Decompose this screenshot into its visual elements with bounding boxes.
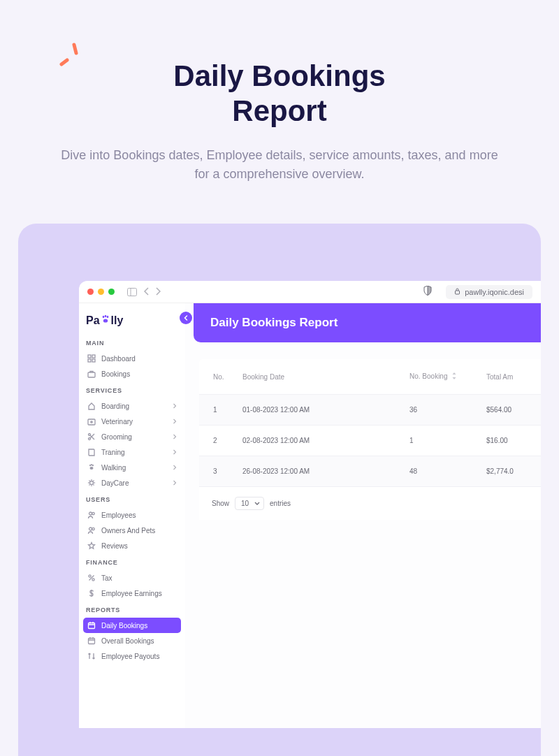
nav-label: Traning [101, 449, 125, 456]
sidebar-item-dashboard[interactable]: Dashboard [83, 351, 181, 366]
table-row[interactable]: 326-08-2023 12:00 AM48$2,774.0 [199, 456, 541, 487]
svg-point-23 [92, 528, 94, 530]
browser-toolbar: pawlly.iqonic.desi [79, 281, 541, 303]
nav-label: Employee Earnings [101, 590, 162, 597]
nav-label: Dashboard [101, 355, 136, 363]
chevron-right-icon [173, 464, 177, 472]
page-size-select[interactable]: 10 [235, 497, 264, 510]
nav-label: Walking [101, 464, 126, 472]
sidebar-item-bookings[interactable]: Bookings [83, 366, 181, 381]
section-label: FINANCE [83, 553, 181, 570]
cell-amount: $2,774.0 [478, 456, 541, 487]
sidebar-item-boarding[interactable]: Boarding [83, 398, 181, 414]
cell-amount: $564.00 [478, 395, 541, 426]
maximize-dot[interactable] [108, 289, 115, 295]
logo[interactable]: Pally [83, 312, 181, 334]
page-header: Daily Bookings Report [194, 303, 541, 342]
chevron-right-icon [173, 479, 177, 487]
cell-count: 48 [401, 456, 478, 487]
column-header[interactable]: No. [199, 359, 234, 395]
shield-icon[interactable] [423, 286, 432, 298]
table-row[interactable]: 101-08-2023 12:00 AM36$564.00 [199, 395, 541, 426]
section-label: MAIN [83, 334, 181, 351]
minimize-dot[interactable] [98, 289, 104, 295]
sidebar-item-veterinary[interactable]: Veterinary [83, 414, 181, 429]
svg-point-24 [89, 575, 91, 577]
cell-amount: $16.00 [478, 426, 541, 456]
home-icon [87, 402, 96, 410]
users-icon [87, 511, 96, 519]
users-icon [87, 526, 96, 535]
svg-point-15 [89, 465, 91, 467]
sidebar-item-grooming[interactable]: Grooming [83, 429, 181, 444]
page-root: Daily BookingsReport Dive into Bookings … [0, 0, 559, 756]
promo-title: Daily BookingsReport [0, 0, 559, 129]
nav-label: Reviews [101, 542, 128, 550]
sidebar-item-owners-and-pets[interactable]: Owners And Pets [83, 523, 181, 538]
report-card: No.Booking DateNo. BookingTotal Am 101-0… [199, 359, 541, 520]
url-bar[interactable]: pawlly.iqonic.desi [446, 285, 532, 299]
column-header[interactable]: Total Am [478, 359, 541, 395]
sidebar-toggle-icon[interactable] [127, 288, 137, 296]
paw-icon [101, 314, 110, 327]
calendar-icon [87, 637, 96, 645]
nav-label: Employees [101, 511, 136, 519]
section-label: USERS [83, 490, 181, 507]
sidebar-item-daycare[interactable]: DayCare [83, 475, 181, 490]
svg-point-22 [89, 528, 92, 530]
sidebar-item-walking[interactable]: Walking [83, 460, 181, 475]
svg-point-25 [92, 579, 94, 581]
grid-icon [87, 354, 96, 363]
report-table: No.Booking DateNo. BookingTotal Am 101-0… [199, 359, 541, 487]
sidebar-item-daily-bookings[interactable]: Daily Bookings [83, 618, 181, 633]
svg-point-18 [90, 467, 94, 470]
svg-point-20 [89, 512, 92, 515]
sidebar-item-employee-payouts[interactable]: Employee Payouts [83, 648, 181, 664]
app-body: Pally MAINDashboardBookingsSERVICESBoard… [79, 303, 541, 728]
sidebar-item-employee-earnings[interactable]: Employee Earnings [83, 586, 181, 601]
sidebar-item-employees[interactable]: Employees [83, 507, 181, 523]
svg-rect-9 [88, 359, 91, 362]
sidebar-item-overall-bookings[interactable]: Overall Bookings [83, 633, 181, 648]
column-header[interactable]: No. Booking [401, 359, 478, 395]
svg-point-4 [104, 315, 106, 317]
scissors-icon [87, 432, 96, 441]
dollar-icon [87, 589, 96, 597]
app-preview-frame: pawlly.iqonic.desi Pally MAINDashboardBo… [18, 224, 541, 756]
section-label: SERVICES [83, 381, 181, 398]
entries-label: entries [270, 500, 291, 507]
star-icon [87, 541, 96, 550]
nav-label: Bookings [101, 370, 130, 378]
svg-rect-11 [88, 372, 95, 377]
nav-label: Boarding [101, 402, 129, 410]
calendar-icon [87, 621, 96, 630]
cell-count: 1 [401, 426, 478, 456]
percent-icon [87, 574, 96, 582]
svg-point-6 [103, 319, 107, 322]
sun-icon [87, 479, 96, 487]
sidebar-item-tax[interactable]: Tax [83, 570, 181, 586]
cell-count: 36 [401, 395, 478, 426]
chevron-right-icon [173, 418, 177, 426]
paw-icon [87, 463, 96, 472]
back-icon[interactable] [144, 286, 150, 298]
svg-point-5 [106, 316, 108, 318]
sidebar-item-traning[interactable]: Traning [83, 444, 181, 460]
chevron-right-icon [173, 433, 177, 441]
section-label: REPORTS [83, 601, 181, 618]
table-row[interactable]: 202-08-2023 12:00 AM1$16.00 [199, 426, 541, 456]
svg-rect-8 [92, 355, 95, 358]
sidebar-collapse-button[interactable] [180, 312, 192, 324]
column-header[interactable]: Booking Date [234, 359, 401, 395]
nav-label: Employee Payouts [101, 653, 159, 660]
nav-label: Overall Bookings [101, 637, 154, 645]
sidebar: Pally MAINDashboardBookingsSERVICESBoard… [79, 303, 185, 728]
main-content: Daily Bookings Report No.Booking DateNo.… [185, 303, 541, 728]
forward-icon[interactable] [155, 286, 161, 298]
lock-icon [454, 288, 460, 296]
svg-rect-0 [128, 288, 137, 296]
sort-icon [451, 372, 457, 381]
sidebar-item-reviews[interactable]: Reviews [83, 538, 181, 553]
chevron-right-icon [173, 449, 177, 456]
close-dot[interactable] [87, 289, 94, 295]
